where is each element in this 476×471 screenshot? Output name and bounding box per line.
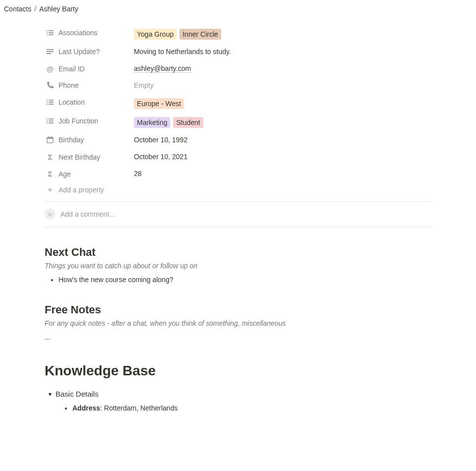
svg-rect-8 (47, 53, 51, 54)
property-label-text: Age (59, 170, 71, 178)
property-value-location[interactable]: Europe - West (134, 96, 431, 111)
next-chat-list[interactable]: How's the new course coming along? (45, 275, 431, 285)
phone-icon (45, 81, 56, 89)
svg-rect-4 (47, 34, 48, 35)
toggle-basic-details[interactable]: ▼ Basic Details (45, 388, 431, 400)
property-label-phone[interactable]: Phone (45, 79, 134, 91)
property-email[interactable]: @ Email ID ashley@barty.com (45, 60, 431, 77)
property-label-location[interactable]: Location (45, 96, 134, 108)
breadcrumb-separator: / (34, 5, 36, 13)
value-text: October 10, 1992 (134, 136, 187, 144)
tag[interactable]: Inner Circle (179, 29, 221, 40)
knowledge-base-heading[interactable]: Knowledge Base (45, 363, 431, 379)
basic-details-list[interactable]: Address: Rotterdam, Netherlands (45, 403, 431, 413)
svg-rect-14 (49, 104, 54, 105)
property-value-phone[interactable]: Empty (134, 79, 431, 91)
property-label-text: Birthday (59, 136, 84, 144)
value-text: October 10, 2021 (134, 153, 187, 161)
at-icon: @ (45, 64, 56, 73)
property-associations[interactable]: Associations Yoga Group Inner Circle (45, 25, 431, 44)
svg-rect-18 (49, 120, 54, 121)
svg-rect-23 (48, 136, 49, 138)
calendar-icon (45, 136, 56, 144)
add-comment-input[interactable]: ☺ Add a comment... (45, 202, 431, 227)
plus-icon: + (45, 185, 56, 194)
formula-icon: Σ (45, 153, 56, 161)
list-icon (45, 29, 56, 37)
tag[interactable]: Marketing (134, 117, 170, 128)
property-location[interactable]: Location Europe - West (45, 94, 431, 113)
property-label-job-function[interactable]: Job Function (45, 115, 134, 127)
svg-rect-2 (47, 32, 48, 33)
breadcrumb-current[interactable]: Ashley Barty (39, 5, 78, 13)
svg-rect-11 (47, 102, 48, 103)
property-age[interactable]: Σ Age 28 (45, 166, 431, 182)
property-label-birthday[interactable]: Birthday (45, 134, 134, 146)
svg-rect-3 (49, 32, 54, 33)
property-phone[interactable]: Phone Empty (45, 77, 431, 94)
avatar: ☺ (45, 209, 56, 220)
svg-rect-15 (47, 118, 48, 119)
triangle-down-icon: ▼ (45, 391, 56, 397)
property-label-text: Location (59, 98, 85, 106)
svg-rect-6 (47, 49, 54, 50)
property-last-update[interactable]: Last Update? Moving to Netherlands to st… (45, 44, 431, 60)
free-notes-body[interactable]: ... (45, 332, 431, 342)
property-label-last-update[interactable]: Last Update? (45, 46, 134, 58)
property-label-age[interactable]: Σ Age (45, 168, 134, 180)
property-value-age[interactable]: 28 (134, 168, 431, 179)
next-chat-subtitle[interactable]: Things you want to catch up about or fol… (45, 262, 431, 270)
text-icon (45, 48, 56, 56)
item-sep: : (100, 404, 104, 412)
tag[interactable]: Europe - West (134, 98, 184, 109)
free-notes-heading[interactable]: Free Notes (45, 303, 431, 316)
property-label-text: Associations (59, 29, 98, 37)
divider (45, 227, 431, 227)
add-property-button[interactable]: + Add a property (45, 182, 431, 201)
item-label: Address (72, 404, 100, 412)
svg-rect-0 (47, 30, 48, 31)
page-content: Associations Yoga Group Inner Circle Las… (45, 18, 431, 433)
property-label-associations[interactable]: Associations (45, 27, 134, 39)
property-value-last-update[interactable]: Moving to Netherlands to study. (134, 46, 431, 58)
svg-rect-7 (47, 51, 54, 52)
svg-rect-12 (49, 102, 54, 103)
list-item[interactable]: Address: Rotterdam, Netherlands (72, 403, 431, 413)
svg-rect-9 (47, 100, 48, 101)
formula-icon: Σ (45, 170, 56, 178)
property-label-text: Next Birthday (59, 153, 100, 161)
list-item[interactable]: How's the new course coming along? (59, 275, 431, 285)
email-link[interactable]: ashley@barty.com (134, 64, 191, 73)
property-label-text: Phone (59, 81, 78, 89)
svg-rect-1 (49, 30, 54, 31)
properties-block: Associations Yoga Group Inner Circle Las… (45, 18, 431, 201)
property-label-next-birthday[interactable]: Σ Next Birthday (45, 151, 134, 163)
property-value-email[interactable]: ashley@barty.com (134, 62, 431, 75)
property-birthday[interactable]: Birthday October 10, 1992 (45, 132, 431, 149)
svg-rect-20 (49, 122, 54, 123)
property-job-function[interactable]: Job Function Marketing Student (45, 113, 431, 132)
free-notes-subtitle[interactable]: For any quick notes - after a chat, when… (45, 319, 431, 327)
empty-value: Empty (134, 81, 154, 89)
breadcrumb: Contacts / Ashley Barty (0, 0, 476, 18)
property-value-birthday[interactable]: October 10, 1992 (134, 134, 431, 146)
svg-rect-13 (47, 104, 48, 105)
property-label-email[interactable]: @ Email ID (45, 62, 134, 75)
property-label-text: Email ID (59, 65, 85, 73)
value-text: 28 (134, 170, 142, 177)
svg-rect-16 (49, 118, 54, 119)
property-next-birthday[interactable]: Σ Next Birthday October 10, 2021 (45, 149, 431, 166)
add-property-label: Add a property (59, 186, 104, 194)
next-chat-heading[interactable]: Next Chat (45, 246, 431, 259)
svg-rect-10 (49, 100, 54, 101)
breadcrumb-root[interactable]: Contacts (4, 5, 31, 13)
tag[interactable]: Yoga Group (134, 29, 177, 40)
property-value-associations[interactable]: Yoga Group Inner Circle (134, 27, 431, 42)
svg-rect-5 (49, 34, 54, 35)
svg-rect-17 (47, 120, 48, 121)
list-icon (45, 117, 56, 125)
property-value-job-function[interactable]: Marketing Student (134, 115, 431, 130)
tag[interactable]: Student (173, 117, 203, 128)
toggle-label: Basic Details (56, 390, 99, 398)
property-value-next-birthday[interactable]: October 10, 2021 (134, 151, 431, 163)
